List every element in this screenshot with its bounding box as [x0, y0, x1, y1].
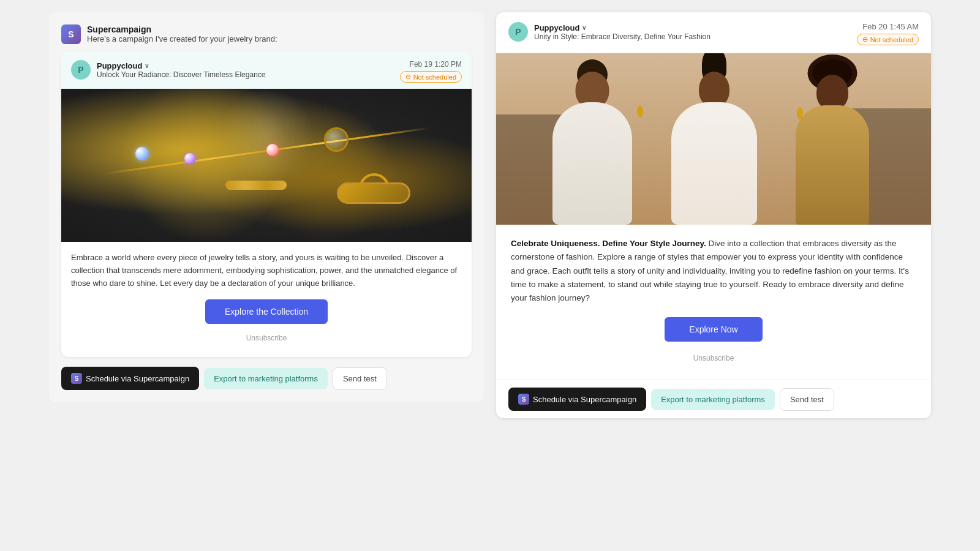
action-bar-left: S Schedule via Supercampaign Export to m…	[61, 367, 472, 390]
jewelry-background	[61, 89, 472, 242]
pendant	[324, 127, 349, 152]
schedule-label-right: Schedule via Supercampaign	[533, 395, 636, 404]
send-test-button-right[interactable]: Send test	[780, 388, 834, 411]
action-bar-right: S Schedule via Supercampaign Export to m…	[496, 380, 931, 418]
body-1	[552, 102, 632, 225]
chevron-icon-left: ∨	[145, 62, 149, 69]
brand-name: Supercampaign	[87, 24, 277, 34]
body-bold-right: Celebrate Uniqueness. Define Your Style …	[511, 239, 706, 248]
email-header-right: P Puppycloud ∨ Unity in Style: Embrace D…	[496, 12, 931, 53]
schedule-icon-right: S	[518, 394, 529, 405]
brand-intro: Here's a campaign I've created for your …	[87, 34, 277, 43]
email-subject-left: Unlock Your Radiance: Discover Timeless …	[97, 70, 265, 79]
sender-name-left[interactable]: Puppycloud ∨	[97, 61, 265, 70]
right-panel: P Puppycloud ∨ Unity in Style: Embrace D…	[496, 12, 931, 418]
send-test-button-left[interactable]: Send test	[333, 367, 387, 390]
jewelry-image	[61, 89, 472, 242]
export-button-left[interactable]: Export to marketing platforms	[204, 368, 328, 389]
gemstone-3	[266, 144, 279, 156]
sender-left: P Puppycloud ∨ Unlock Your Radiance: Dis…	[71, 60, 265, 80]
figure-right	[777, 62, 888, 225]
schedule-label-left: Schedule via Supercampaign	[86, 374, 189, 383]
email-body-text-left: Embrace a world where every piece of jew…	[71, 252, 462, 290]
email-date-left: Feb 19 1:20 PM	[410, 60, 462, 69]
explore-collection-button[interactable]: Explore the Collection	[205, 299, 328, 324]
schedule-icon-left: S	[71, 373, 82, 384]
gemstone-1	[135, 147, 149, 160]
fashion-image	[496, 53, 931, 225]
figure-center	[653, 53, 775, 225]
sender-info-left: Puppycloud ∨ Unlock Your Radiance: Disco…	[97, 61, 265, 79]
unsubscribe-left[interactable]: Unsubscribe	[71, 334, 462, 347]
figure-left	[531, 59, 654, 225]
schedule-button-right[interactable]: S Schedule via Supercampaign	[508, 388, 646, 411]
email-body-left: Embrace a world where every piece of jew…	[61, 242, 472, 357]
email-meta-right: Feb 20 1:45 AM Not scheduled	[857, 22, 919, 45]
supercampaign-logo: S	[61, 24, 81, 44]
body-rest-right: Dive into a collection that embraces div…	[511, 239, 909, 302]
avatar-right: P	[508, 22, 528, 42]
body-2	[671, 102, 757, 225]
gemstone-2	[184, 153, 195, 164]
sender-info-right: Puppycloud ∨ Unity in Style: Embrace Div…	[534, 23, 710, 41]
body-3	[796, 105, 869, 225]
explore-now-button[interactable]: Explore Now	[665, 317, 763, 342]
sender-right: P Puppycloud ∨ Unity in Style: Embrace D…	[508, 22, 710, 42]
schedule-button-left[interactable]: S Schedule via Supercampaign	[61, 367, 199, 390]
bracelet	[337, 182, 410, 204]
export-button-right[interactable]: Export to marketing platforms	[651, 389, 775, 410]
avatar-left: P	[71, 60, 91, 80]
status-badge-left: Not scheduled	[400, 71, 462, 83]
earring-3	[797, 107, 803, 119]
bracelet-2	[225, 181, 287, 190]
email-date-right: Feb 20 1:45 AM	[862, 22, 919, 31]
unsubscribe-right[interactable]: Unsubscribe	[511, 354, 916, 362]
email-meta-left: Feb 19 1:20 PM Not scheduled	[400, 60, 462, 83]
jewelry-visual	[61, 89, 472, 242]
email-card-left: P Puppycloud ∨ Unlock Your Radiance: Dis…	[61, 51, 472, 357]
status-badge-right: Not scheduled	[857, 34, 919, 45]
sender-name-right[interactable]: Puppycloud ∨	[534, 23, 710, 32]
email-header-left: P Puppycloud ∨ Unlock Your Radiance: Dis…	[61, 51, 472, 89]
left-panel: S Supercampaign Here's a campaign I've c…	[49, 12, 484, 402]
email-subject-right: Unity in Style: Embrace Diversity, Defin…	[534, 32, 710, 41]
chevron-icon-right: ∨	[582, 24, 586, 31]
supercampaign-header: S Supercampaign Here's a campaign I've c…	[61, 24, 472, 44]
earring-1	[637, 105, 643, 118]
email-body-right: Celebrate Uniqueness. Define Your Style …	[496, 225, 931, 380]
email-body-text-right: Celebrate Uniqueness. Define Your Style …	[511, 237, 916, 305]
supercampaign-intro: Supercampaign Here's a campaign I've cre…	[87, 24, 277, 43]
